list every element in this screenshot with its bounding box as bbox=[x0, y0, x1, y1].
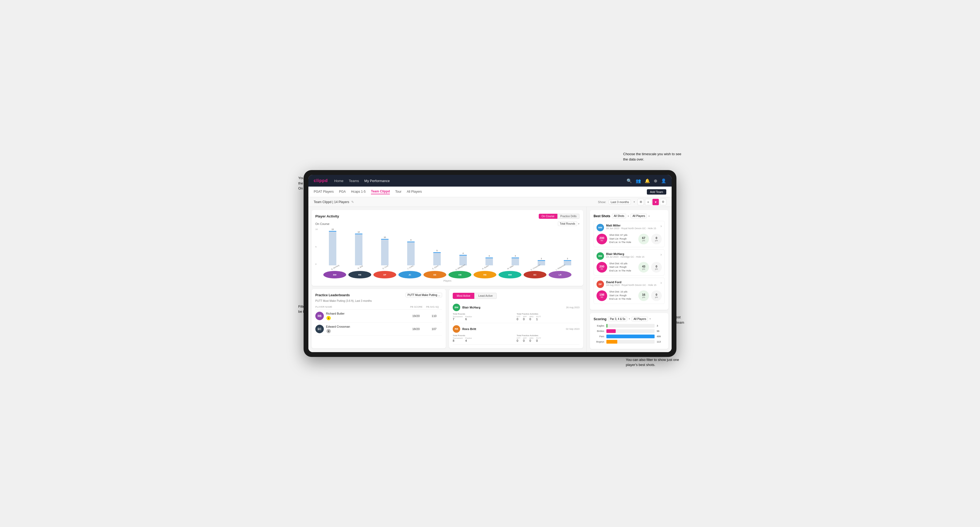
scoring-bar-3 bbox=[606, 340, 617, 344]
shot-player-sub-3: 24 Aug 2023 · Royal North Devon GC · Hol… bbox=[606, 284, 657, 286]
on-course-toggle[interactable]: On Course bbox=[539, 214, 557, 219]
scoring-filter2[interactable]: All Players bbox=[632, 317, 648, 321]
activity-player-2-header: RB Rees Britt 02 Sep 2023 bbox=[453, 325, 579, 333]
lb-col-avg: PB AVG SQ bbox=[426, 306, 442, 308]
plus-circle-icon[interactable]: ⊕ bbox=[654, 178, 657, 183]
activity-name-2: Rees Britt bbox=[462, 327, 476, 330]
lb-name-1: Richard Butler bbox=[326, 312, 345, 315]
shot-yds1-value-2: 43 bbox=[642, 265, 645, 268]
grid-view-btn[interactable]: ⊞ bbox=[638, 199, 644, 205]
shot-chevron-1[interactable]: › bbox=[660, 224, 662, 228]
nav-teams[interactable]: Teams bbox=[349, 179, 359, 183]
nav-icons: 🔍 👥 🔔 ⊕ 👤 bbox=[627, 178, 666, 183]
bar-1[interactable] bbox=[355, 233, 363, 265]
shot-player-sub-2: 23 Jul 2023 · Ashridge GC · Hole 15 bbox=[606, 256, 644, 258]
shot-player-sub-1: 09 Jun 2023 · Royal North Devon GC · Hol… bbox=[606, 227, 656, 230]
chevron-scoring-icon: ▾ bbox=[629, 317, 630, 320]
top-nav: clippd Home Teams My Performance 🔍 👥 🔔 ⊕… bbox=[309, 175, 671, 187]
bar-2[interactable] bbox=[381, 239, 388, 265]
practice-label-1: Practice bbox=[465, 316, 472, 317]
leaderboard-dropdown[interactable]: PUTT Must Make Putting ... bbox=[406, 293, 442, 297]
bar-value-2: 10 bbox=[384, 237, 386, 238]
shot-chevron-3[interactable]: › bbox=[660, 281, 662, 285]
lb-score-1: 19/20 bbox=[408, 314, 424, 317]
lb-subtitle: PUTT Must Make Putting (3-6 ft), Last 3 … bbox=[315, 300, 442, 302]
scoring-value-3: 113 bbox=[657, 340, 665, 343]
putt-value-1: 1 bbox=[536, 317, 541, 321]
tab-all-players[interactable]: All Players bbox=[407, 190, 422, 194]
chevron-scoring2-icon: ▾ bbox=[649, 317, 651, 320]
heart-view-btn[interactable]: ♥ bbox=[652, 199, 659, 205]
chart-area: On Course Total Rounds ▾ 0 5 bbox=[315, 221, 579, 282]
all-shots-dropdown[interactable]: All Shots bbox=[612, 214, 626, 218]
brand-logo: clippd bbox=[314, 178, 328, 183]
all-players-dropdown[interactable]: All Players bbox=[631, 214, 647, 218]
tab-tour[interactable]: Tour bbox=[395, 190, 401, 194]
shot-yds2-label-3: yds bbox=[655, 296, 658, 298]
bell-icon[interactable]: 🔔 bbox=[645, 178, 650, 183]
tab-team-clippd[interactable]: Team Clippd bbox=[371, 189, 390, 194]
arg-col-1: ARG 0 bbox=[530, 316, 533, 321]
x-axis-title: Players bbox=[315, 279, 579, 282]
best-shots-card: Best Shots All Shots ▾ All Players ▾ MM bbox=[590, 210, 668, 310]
shot-player-details-2: Blair McHarg 23 Jul 2023 · Ashridge GC ·… bbox=[606, 252, 644, 258]
user-avatar-icon[interactable]: 👤 bbox=[661, 178, 666, 183]
shot-chevron-2[interactable]: › bbox=[660, 252, 662, 257]
lb-avatar-1: RB bbox=[315, 312, 324, 320]
shot-player-name-1: Matt Miller bbox=[606, 224, 656, 227]
gtt-value-2: 0 bbox=[517, 339, 520, 342]
shot-date-1: 09 Jun 2023 bbox=[606, 227, 619, 230]
nav-home[interactable]: Home bbox=[334, 179, 344, 183]
shot-yds2-value-2: 0 bbox=[655, 265, 657, 268]
shot-hole-3: Hole 15 bbox=[648, 284, 657, 286]
most-active-tab[interactable]: Most Active bbox=[453, 293, 474, 299]
players-icon[interactable]: 👥 bbox=[636, 178, 641, 183]
scoring-bar-wrap-0 bbox=[606, 324, 655, 328]
edit-icon[interactable]: ✎ bbox=[351, 200, 354, 204]
least-active-tab[interactable]: Least Active bbox=[474, 293, 497, 299]
shot-score-value-3: 198 bbox=[600, 293, 604, 296]
tab-hcaps[interactable]: Hcaps 1-5 bbox=[351, 190, 366, 194]
chart-subheader: On Course Total Rounds ▾ bbox=[315, 221, 579, 226]
lb-badge-silver: 2 bbox=[326, 329, 331, 333]
shot-zero-badge-3: 0 yds bbox=[651, 290, 662, 301]
lb-avg-2: 107 bbox=[426, 327, 442, 330]
bottom-left-row: Practice Leaderboards PUTT Must Make Put… bbox=[312, 289, 583, 348]
sub-nav-right: Add Team bbox=[647, 189, 666, 195]
practice-drills-toggle[interactable]: Practice Drills bbox=[557, 214, 579, 219]
add-team-button[interactable]: Add Team bbox=[647, 189, 666, 195]
tab-pga[interactable]: PGA bbox=[339, 190, 346, 194]
scoring-label-2: Pars bbox=[593, 335, 604, 338]
activity-date-2: 02 Sep 2023 bbox=[566, 328, 579, 330]
bar-marker-1 bbox=[355, 234, 363, 234]
shot-info-2: Shot Dist: 43 ydsStart Lie: RoughEnd Lie… bbox=[609, 262, 636, 273]
list-view-btn[interactable]: ≡ bbox=[645, 199, 651, 205]
bar-value-0: 13 bbox=[332, 229, 334, 230]
show-dropdown[interactable]: Last 3 months bbox=[609, 200, 631, 205]
lb-badge-gold: 1 bbox=[326, 316, 331, 320]
scoring-bar-wrap-3 bbox=[606, 340, 655, 344]
activity-tabs: Most Active Least Active bbox=[453, 293, 579, 299]
bar-0[interactable] bbox=[329, 231, 336, 265]
app-value-1: 0 bbox=[523, 317, 527, 321]
lb-row-2: EC Edward Crossman 2 18/20 107 bbox=[315, 322, 442, 336]
team-header: Team Clippd | 14 Players ✎ Show: Last 3 … bbox=[309, 197, 671, 207]
bar-value-6: 3 bbox=[488, 255, 490, 257]
tab-pgat-players[interactable]: PGAT Players bbox=[314, 190, 334, 194]
search-icon[interactable]: 🔍 bbox=[627, 178, 632, 183]
bar-3[interactable] bbox=[407, 241, 415, 265]
most-active-card: Most Active Least Active BM Blair McHarg bbox=[449, 289, 583, 348]
best-shots-title: Best Shots bbox=[593, 214, 610, 218]
scoring-filter1[interactable]: Par 3, 4 & 5s bbox=[608, 317, 627, 321]
gtt-value-1: 0 bbox=[517, 317, 520, 321]
shot-player-name-2: Blair McHarg bbox=[606, 252, 644, 256]
practice-col-1: Practice 6 bbox=[465, 316, 472, 321]
practice-col-2: Practice 4 bbox=[465, 337, 472, 342]
nav-my-performance[interactable]: My Performance bbox=[364, 179, 390, 183]
scoring-label-3: Bogeys bbox=[593, 340, 604, 343]
player-activity-title: Player Activity bbox=[315, 214, 339, 218]
gtt-label-1: GTT bbox=[517, 316, 520, 317]
player-activity-header: Player Activity On Course Practice Drill… bbox=[315, 214, 579, 219]
total-rounds-dropdown[interactable]: Total Rounds bbox=[558, 221, 577, 226]
settings-view-btn[interactable]: ⚙ bbox=[660, 199, 666, 205]
